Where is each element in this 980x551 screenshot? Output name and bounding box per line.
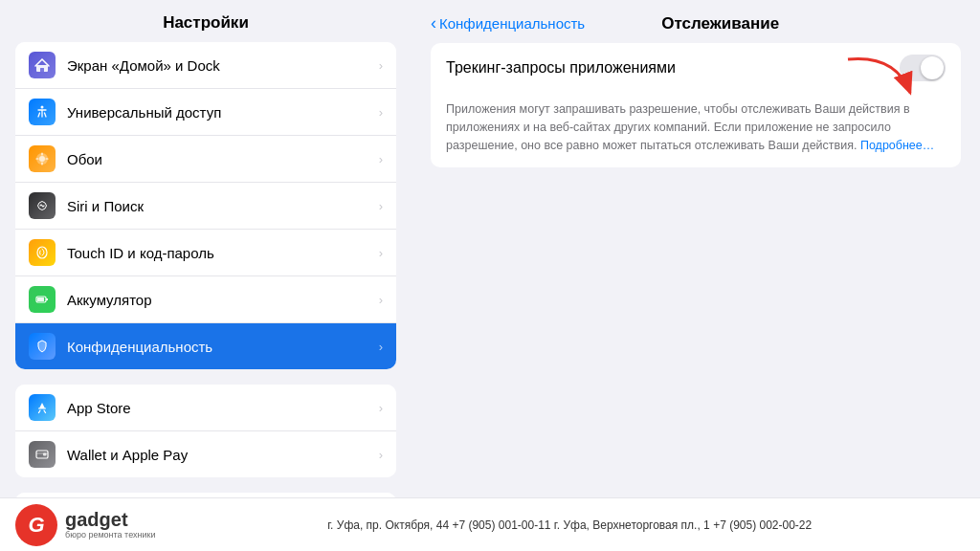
sidebar-item-touchid[interactable]: Touch ID и код-пароль ›: [15, 230, 396, 276]
wallpaper-label: Обои: [67, 151, 102, 167]
logo-name: gadget: [65, 509, 155, 530]
svg-point-2: [41, 106, 44, 109]
svg-rect-8: [37, 298, 44, 301]
home-label: Экран «Домой» и Dock: [67, 57, 220, 74]
battery-chevron: ›: [379, 293, 383, 307]
content-header: ‹ Конфиденциальность Отслеживание: [412, 0, 980, 43]
svg-rect-1: [40, 68, 44, 72]
home-icon: [29, 52, 56, 78]
accessibility-label: Универсальный доступ: [67, 104, 221, 121]
touchid-icon: [29, 239, 56, 266]
logo-subtitle: бюро ремонта техники: [65, 530, 155, 540]
svg-point-4: [39, 156, 45, 162]
sidebar-item-privacy[interactable]: Конфиденциальность ›: [15, 323, 396, 369]
footer-address: г. Уфа, пр. Октября, 44 +7 (905) 001-00-…: [174, 518, 965, 532]
tracking-toggle[interactable]: [900, 55, 946, 81]
sidebar-item-accessibility[interactable]: Универсальный доступ ›: [15, 89, 396, 136]
back-label: Конфиденциальность: [439, 15, 585, 32]
footer-bar: G gadget бюро ремонта техники г. Уфа, пр…: [0, 497, 980, 551]
touchid-chevron: ›: [379, 246, 383, 260]
siri-label: Siri и Поиск: [67, 198, 144, 214]
sidebar-item-appstore[interactable]: App Store ›: [15, 385, 396, 431]
content-panel: ‹ Конфиденциальность Отслеживание Трекин…: [412, 0, 980, 497]
sidebar-item-wallet[interactable]: Wallet и Apple Pay ›: [15, 431, 396, 477]
privacy-icon: [29, 333, 56, 360]
wallet-icon: [29, 441, 56, 468]
wallpaper-icon: [29, 145, 56, 172]
sidebar-title: Настройки: [0, 0, 412, 42]
toggle-knob: [921, 56, 944, 79]
appstore-icon: [29, 394, 56, 421]
wallet-label: Wallet и Apple Pay: [67, 447, 188, 463]
svg-rect-7: [46, 298, 48, 300]
battery-label: Аккумулятор: [67, 292, 152, 308]
logo-circle: G: [15, 504, 57, 546]
touchid-label: Touch ID и код-пароль: [67, 245, 214, 261]
appstore-chevron: ›: [379, 401, 383, 415]
home-chevron: ›: [379, 58, 383, 73]
logo-icon: G: [28, 515, 44, 536]
sidebar-section-1: Экран «Домой» и Dock › Универсальный дос…: [15, 42, 396, 369]
tracking-section: Трекинг-запросы приложениями Приложения …: [431, 43, 961, 167]
accessibility-chevron: ›: [379, 105, 383, 120]
back-button[interactable]: ‹ Конфиденциальность: [431, 13, 585, 33]
siri-icon: [29, 192, 56, 219]
wallpaper-chevron: ›: [379, 152, 383, 166]
page-title: Отслеживание: [661, 14, 779, 33]
wallet-chevron: ›: [379, 448, 383, 462]
content-body: Трекинг-запросы приложениями Приложения …: [412, 43, 980, 167]
back-chevron-icon: ‹: [431, 13, 436, 33]
battery-icon: [29, 286, 56, 313]
privacy-label: Конфиденциальность: [67, 339, 212, 355]
siri-chevron: ›: [379, 199, 383, 213]
sidebar-item-wallpaper[interactable]: Обои ›: [15, 136, 396, 183]
main-screen: Настройки Экран «Домой» и Dock › Универс…: [0, 0, 980, 497]
privacy-chevron: ›: [379, 340, 383, 354]
sidebar-item-siri[interactable]: Siri и Поиск ›: [15, 183, 396, 230]
logo-text-block: gadget бюро ремонта техники: [65, 509, 155, 540]
sidebar-item-battery[interactable]: Аккумулятор ›: [15, 276, 396, 323]
more-link[interactable]: Подробнее…: [860, 139, 934, 152]
tracking-toggle-label: Трекинг-запросы приложениями: [446, 59, 900, 77]
sidebar: Настройки Экран «Домой» и Dock › Универс…: [0, 0, 412, 497]
tracking-toggle-row: Трекинг-запросы приложениями: [431, 43, 961, 93]
tracking-description: Приложения могут запрашивать разрешение,…: [431, 93, 961, 167]
sidebar-item-home[interactable]: Экран «Домой» и Dock ›: [15, 42, 396, 89]
footer-logo: G gadget бюро ремонта техники: [15, 504, 155, 546]
appstore-label: App Store: [67, 400, 131, 416]
sidebar-section-2: App Store › Wallet и Apple Pay ›: [15, 385, 396, 477]
accessibility-icon: [29, 99, 56, 125]
